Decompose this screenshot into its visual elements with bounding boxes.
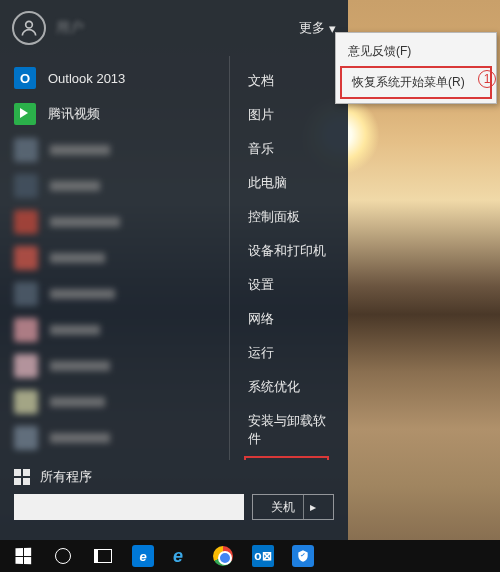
more-label: 更多: [299, 19, 325, 37]
start-button[interactable]: [4, 542, 42, 570]
ctx-restore-start-menu[interactable]: 恢复系统开始菜单(R): [340, 66, 492, 99]
app-blurred[interactable]: [0, 276, 229, 312]
app-blurred[interactable]: [0, 168, 229, 204]
link-system-optimize[interactable]: 系统优化: [230, 370, 348, 404]
ie-icon: e: [173, 546, 193, 566]
shutdown-button[interactable]: 关机 ▸: [252, 494, 334, 520]
app-outlook[interactable]: O Outlook 2013: [0, 60, 229, 96]
start-menu: 用户 更多 ▾ O Outlook 2013 腾讯视频: [0, 0, 348, 540]
app-blurred[interactable]: [0, 348, 229, 384]
link-run[interactable]: 运行: [230, 336, 348, 370]
username-label: 用户: [56, 19, 299, 37]
cortana-button[interactable]: [44, 542, 82, 570]
callout-one: 1: [478, 70, 496, 88]
edge-icon: e: [132, 545, 154, 567]
shutdown-label: 关机: [271, 499, 295, 516]
search-row: 关机 ▸: [14, 494, 334, 520]
start-menu-header: 用户 更多 ▾: [0, 0, 348, 56]
link-documents[interactable]: 文档: [230, 64, 348, 98]
taskbar-outlook[interactable]: o⊠: [244, 542, 282, 570]
taskbar-edge[interactable]: e: [124, 542, 162, 570]
tencent-video-icon: [14, 103, 36, 125]
app-label: Outlook 2013: [48, 71, 125, 86]
chrome-icon: [213, 546, 233, 566]
cortana-icon: [55, 548, 71, 564]
app-blurred[interactable]: [0, 204, 229, 240]
link-devices-printers[interactable]: 设备和打印机: [230, 234, 348, 268]
start-menu-footer: 所有程序 关机 ▸: [0, 460, 348, 540]
app-blurred[interactable]: [0, 420, 229, 456]
taskbar-security[interactable]: [284, 542, 322, 570]
grid-icon: [14, 469, 30, 485]
shield-icon: [292, 545, 314, 567]
app-blurred[interactable]: [0, 312, 229, 348]
task-view-button[interactable]: [84, 542, 122, 570]
user-icon: [19, 18, 39, 38]
svg-point-0: [26, 21, 33, 28]
taskbar-ie[interactable]: e: [164, 542, 202, 570]
link-music[interactable]: 音乐: [230, 132, 348, 166]
more-context-menu: 意见反馈(F) 恢复系统开始菜单(R): [335, 32, 497, 104]
task-view-icon: [94, 549, 112, 563]
app-tencent-video[interactable]: 腾讯视频: [0, 96, 229, 132]
all-programs-button[interactable]: 所有程序: [14, 468, 334, 486]
search-input[interactable]: [14, 494, 244, 520]
outlook-icon: O: [14, 67, 36, 89]
link-network[interactable]: 网络: [230, 302, 348, 336]
link-install-uninstall[interactable]: 安装与卸载软件: [230, 404, 348, 456]
link-pictures[interactable]: 图片: [230, 98, 348, 132]
app-blurred[interactable]: [0, 240, 229, 276]
all-programs-label: 所有程序: [40, 468, 92, 486]
chevron-right-icon[interactable]: ▸: [303, 495, 316, 519]
app-blurred[interactable]: [0, 132, 229, 168]
ctx-feedback[interactable]: 意见反馈(F): [338, 37, 494, 66]
link-control-panel[interactable]: 控制面板: [230, 200, 348, 234]
start-menu-body: O Outlook 2013 腾讯视频 文档 图片 音乐 此电脑 控制面板 设备…: [0, 56, 348, 460]
user-avatar[interactable]: [12, 11, 46, 45]
pinned-apps-column: O Outlook 2013 腾讯视频: [0, 56, 230, 460]
more-button[interactable]: 更多 ▾: [299, 19, 336, 37]
app-blurred[interactable]: [0, 384, 229, 420]
taskbar: e e o⊠: [0, 540, 500, 572]
app-label: 腾讯视频: [48, 105, 100, 123]
windows-icon: [15, 548, 31, 565]
outlook-icon: o⊠: [252, 545, 274, 567]
taskbar-chrome[interactable]: [204, 542, 242, 570]
system-links-column: 文档 图片 音乐 此电脑 控制面板 设备和打印机 设置 网络 运行 系统优化 安…: [230, 56, 348, 460]
link-this-pc[interactable]: 此电脑: [230, 166, 348, 200]
link-settings[interactable]: 设置: [230, 268, 348, 302]
